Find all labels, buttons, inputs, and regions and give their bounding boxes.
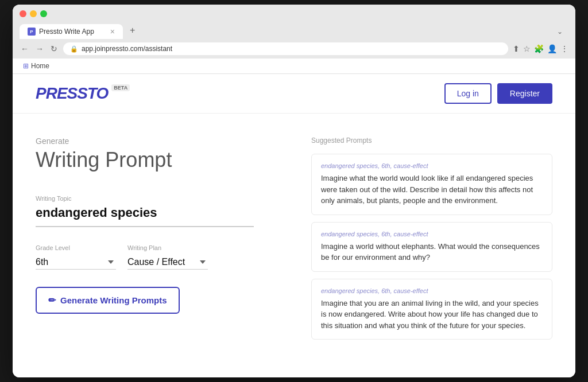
prompt-tags-2: endangered species, 6th, cause-effect (321, 231, 543, 237)
prompt-tags-3: endangered species, 6th, cause-effect (321, 287, 543, 294)
page-title: Writing Prompt (36, 148, 288, 172)
share-icon[interactable]: ⬆ (513, 44, 520, 53)
address-bar-row: ← → ↻ 🔒 app.joinpressto.com/assistant ⬆ … (13, 39, 575, 59)
grade-level-label: Grade Level (36, 244, 116, 251)
browser-chrome: P Pressto Write App × + ⌄ (13, 5, 575, 39)
bookmark-icon[interactable]: ☆ (523, 44, 531, 53)
form-row: Grade Level 6th 5th 7th 8th Writing Plan… (36, 244, 288, 270)
main-content: Generate Writing Prompt Writing Topic en… (13, 114, 575, 377)
close-button[interactable] (20, 10, 26, 17)
suggested-prompts-label: Suggested Prompts (311, 137, 552, 145)
prompt-text-1: Imagine what the world would look like i… (321, 173, 543, 206)
left-panel: Generate Writing Prompt Writing Topic en… (36, 137, 311, 354)
prompt-card-2: endangered species, 6th, cause-effect Im… (311, 222, 552, 272)
logo: PRESSTO BETA (36, 84, 130, 103)
traffic-lights (20, 10, 568, 17)
profile-icon[interactable]: 👤 (547, 44, 557, 53)
writing-topic-value: endangered species (36, 205, 254, 227)
grade-level-select[interactable]: 6th 5th 7th 8th (36, 255, 116, 270)
header-buttons: Log in Register (444, 83, 552, 104)
writing-plan-label: Writing Plan (127, 244, 208, 251)
home-bookmark[interactable]: ⊞ Home (20, 61, 53, 71)
tab-expand-button[interactable]: ⌄ (551, 24, 568, 39)
generate-button-label: Generate Writing Prompts (60, 295, 167, 305)
register-button[interactable]: Register (497, 83, 552, 104)
prompt-tags-1: endangered species, 6th, cause-effect (321, 162, 543, 169)
browser-window: P Pressto Write App × + ⌄ ← → ↻ 🔒 app.jo… (13, 5, 575, 377)
minimize-button[interactable] (30, 10, 37, 17)
tab-close-button[interactable]: × (110, 28, 115, 36)
right-panel: Suggested Prompts endangered species, 6t… (311, 137, 552, 354)
home-bookmark-label: Home (31, 62, 49, 70)
url-text: app.joinpressto.com/assistant (82, 45, 172, 53)
maximize-button[interactable] (40, 10, 47, 17)
writing-topic-label: Writing Topic (36, 195, 288, 202)
toolbar-icons: ⬆ ☆ 🧩 👤 ⋮ (513, 44, 568, 53)
login-button[interactable]: Log in (444, 83, 492, 104)
prompt-text-3: Imagine that you are an animal living in… (321, 298, 543, 332)
active-tab[interactable]: P Pressto Write App × (20, 24, 123, 39)
tab-bar: P Pressto Write App × + ⌄ (20, 22, 568, 39)
generate-label: Generate (36, 137, 288, 146)
prompt-text-2: Imagine a world without elephants. What … (321, 241, 543, 263)
writing-plan-field: Writing Plan Cause / Effect Narrative Ar… (127, 244, 208, 270)
address-bar[interactable]: 🔒 app.joinpressto.com/assistant (63, 42, 508, 55)
logo-badge: BETA (111, 84, 130, 91)
site-header: PRESSTO BETA Log in Register (13, 74, 575, 114)
page-content: PRESSTO BETA Log in Register Generate Wr… (13, 74, 575, 377)
writing-plan-select[interactable]: Cause / Effect Narrative Argument Inform… (127, 255, 208, 270)
tab-favicon: P (28, 28, 36, 36)
new-tab-button[interactable]: + (124, 22, 141, 39)
grade-level-field: Grade Level 6th 5th 7th 8th (36, 244, 116, 270)
logo-text: PRESSTO (36, 84, 108, 103)
generate-button[interactable]: ✏ Generate Writing Prompts (36, 287, 180, 314)
extensions-icon[interactable]: 🧩 (534, 44, 544, 53)
home-bookmark-icon: ⊞ (23, 62, 29, 70)
prompt-card-1: endangered species, 6th, cause-effect Im… (311, 154, 552, 215)
menu-icon[interactable]: ⋮ (560, 44, 568, 53)
tab-title: Pressto Write App (39, 28, 107, 36)
prompt-card-3: endangered species, 6th, cause-effect Im… (311, 279, 552, 340)
pen-icon: ✏ (48, 295, 56, 306)
lock-icon: 🔒 (70, 45, 78, 53)
forward-button[interactable]: → (34, 43, 45, 54)
back-button[interactable]: ← (20, 43, 30, 54)
bookmarks-bar: ⊞ Home (13, 59, 575, 74)
reload-button[interactable]: ↻ (49, 43, 59, 54)
